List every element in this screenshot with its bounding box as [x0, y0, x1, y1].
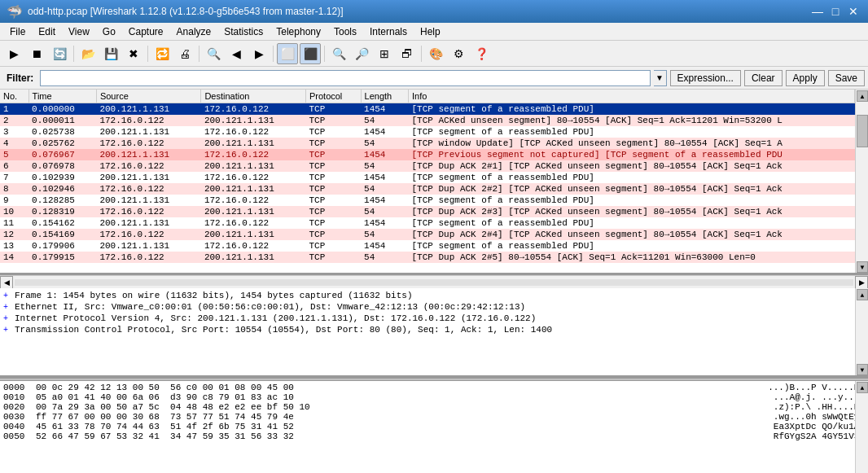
hex-ascii: .wg...0h sWwQtEyN — [774, 412, 865, 422]
table-row[interactable]: 100.128319172.16.0.122200.121.1.131TCP54… — [0, 206, 855, 217]
menu-item-edit[interactable]: Edit — [32, 24, 62, 39]
detail-row[interactable]: +Internet Protocol Version 4, Src: 200.1… — [3, 313, 865, 324]
scrollbar-thumb[interactable] — [857, 115, 868, 147]
toolbar-restart-capture[interactable]: 🔄 — [49, 43, 70, 64]
toolbar-print[interactable]: 🖨 — [174, 43, 195, 64]
toolbar-find[interactable]: 🔍 — [203, 43, 224, 64]
clear-button[interactable]: Clear — [744, 70, 783, 86]
save-button[interactable]: Save — [828, 70, 865, 86]
detail-text: Frame 1: 1454 bytes on wire (11632 bits)… — [15, 291, 865, 300]
expand-icon: + — [3, 314, 15, 323]
column-header-source: Source — [96, 90, 201, 103]
table-row[interactable]: 60.076978172.16.0.122200.121.1.131TCP54[… — [0, 160, 855, 172]
menu-item-tools[interactable]: Tools — [327, 24, 363, 39]
toolbar-sep-2 — [147, 46, 148, 62]
table-row[interactable]: 80.102946172.16.0.122200.121.1.131TCP54[… — [0, 183, 855, 195]
filter-label: Filter: — [3, 72, 37, 84]
toolbar-reload[interactable]: 🔁 — [151, 43, 173, 64]
close-button[interactable]: ✕ — [845, 3, 861, 20]
hex-offset: 0010 — [3, 392, 33, 402]
hscroll-right[interactable]: ▶ — [855, 276, 868, 289]
hex-dump: 000000 0c 29 42 12 13 00 50 56 c0 00 01 … — [0, 381, 868, 473]
expression-button[interactable]: Expression... — [670, 70, 741, 86]
table-row[interactable]: 70.102939200.121.1.131172.16.0.122TCP145… — [0, 172, 855, 183]
titlebar: 🦈 odd-http.pcap [Wireshark 1.12.8 (v1.12… — [0, 0, 868, 23]
detail-row[interactable]: +Transmission Control Protocol, Src Port… — [3, 324, 865, 335]
table-row[interactable]: 110.154162200.121.1.131172.16.0.122TCP14… — [0, 217, 855, 229]
table-row[interactable]: 130.179906200.121.1.131172.16.0.122TCP14… — [0, 240, 855, 252]
hex-ascii: ...A@.j. ...y.... — [774, 392, 865, 402]
titlebar-controls: — □ ✕ — [809, 3, 861, 20]
column-header-time: Time — [28, 90, 96, 103]
horizontal-scrollbar[interactable]: ◀ ▶ — [0, 275, 868, 288]
toolbar-zoom-fit[interactable]: 🗗 — [397, 43, 418, 64]
toolbar-open[interactable]: 📂 — [77, 43, 99, 64]
toolbar-sep-5 — [324, 46, 325, 62]
toolbar-stop-capture[interactable]: ⏹ — [26, 43, 47, 64]
menu-item-help[interactable]: Help — [414, 24, 447, 39]
menu-item-file[interactable]: File — [3, 24, 32, 39]
hex-ascii: ...)B...P V.....E. — [768, 383, 865, 392]
menu-item-statistics[interactable]: Statistics — [217, 24, 270, 39]
menu-item-capture[interactable]: Capture — [122, 24, 170, 39]
toolbar-sep-1 — [73, 46, 74, 62]
hex-bytes: 05 a0 01 41 40 00 6a 06 d3 90 c8 79 01 8… — [36, 392, 770, 402]
packet-scrollbar[interactable]: ▲ ▼ — [855, 90, 868, 273]
packet-table: No.TimeSourceDestinationProtocolLengthIn… — [0, 90, 855, 263]
menu-item-analyze[interactable]: Analyze — [170, 24, 218, 39]
menu-item-view[interactable]: View — [62, 24, 96, 39]
toolbar-zoom-normal[interactable]: ⊞ — [374, 43, 395, 64]
toolbar-autoscroll[interactable]: ⬜ — [277, 43, 298, 64]
hex-row: 002000 7a 29 3a 00 50 a7 5c 04 48 48 e2 … — [3, 402, 865, 412]
toolbar-colorize[interactable]: ⬛ — [300, 43, 321, 64]
hex-bytes: ff 77 67 00 00 00 30 68 73 57 77 51 74 4… — [36, 412, 770, 422]
hex-ascii: Ea3XptDc QO/ku1AR — [774, 422, 865, 431]
table-row[interactable]: 20.000011172.16.0.122200.121.1.131TCP54[… — [0, 115, 855, 126]
hex-offset: 0050 — [3, 431, 33, 441]
minimize-button[interactable]: — — [809, 3, 826, 20]
toolbar-prefs[interactable]: ⚙ — [448, 43, 469, 64]
menu-item-go[interactable]: Go — [96, 24, 122, 39]
toolbar-start-capture[interactable]: ▶ — [3, 43, 24, 64]
hex-row: 000000 0c 29 42 12 13 00 50 56 c0 00 01 … — [3, 383, 865, 392]
hscroll-track — [15, 279, 853, 286]
table-row[interactable]: 120.154169172.16.0.122200.121.1.131TCP54… — [0, 229, 855, 240]
hex-offset: 0020 — [3, 402, 33, 412]
toolbar-zoom-in[interactable]: 🔍 — [328, 43, 349, 64]
hex-offset: 0030 — [3, 412, 33, 422]
table-row[interactable]: 10.000000200.121.1.131172.16.0.122TCP145… — [0, 103, 855, 116]
filter-bar: Filter: ▼ Expression... Clear Apply Save — [0, 67, 868, 90]
table-row[interactable]: 50.076967200.121.1.131172.16.0.122TCP145… — [0, 149, 855, 160]
menu-item-telephony[interactable]: Telephony — [270, 24, 327, 39]
column-header-destination: Destination — [201, 90, 306, 103]
hex-offset: 0000 — [3, 383, 33, 392]
toolbar-prev[interactable]: ◀ — [226, 43, 247, 64]
detail-row[interactable]: +Ethernet II, Src: Vmware_c0:00:01 (00:5… — [3, 301, 865, 313]
toolbar-sep-4 — [273, 46, 274, 62]
toolbar-save[interactable]: 💾 — [100, 43, 121, 64]
hex-bytes: 45 61 33 78 70 74 44 63 51 4f 2f 6b 75 3… — [36, 422, 770, 431]
toolbar-coloring[interactable]: 🎨 — [425, 43, 446, 64]
toolbar-next[interactable]: ▶ — [248, 43, 270, 64]
filter-dropdown-button[interactable]: ▼ — [654, 70, 667, 86]
filter-input[interactable] — [40, 70, 650, 86]
detail-row[interactable]: +Frame 1: 1454 bytes on wire (11632 bits… — [3, 290, 865, 301]
table-row[interactable]: 30.025738200.121.1.131172.16.0.122TCP145… — [0, 126, 855, 138]
table-row[interactable]: 40.025762172.16.0.122200.121.1.131TCP54[… — [0, 138, 855, 149]
apply-button[interactable]: Apply — [786, 70, 825, 86]
maximize-button[interactable]: □ — [827, 3, 844, 20]
packet-table-header: No.TimeSourceDestinationProtocolLengthIn… — [0, 90, 855, 103]
hex-bytes: 00 7a 29 3a 00 50 a7 5c 04 48 48 e2 e2 e… — [36, 402, 770, 412]
hex-bytes: 52 66 47 59 67 53 32 41 34 47 59 35 31 5… — [36, 431, 770, 441]
detail-text: Internet Protocol Version 4, Src: 200.12… — [15, 313, 865, 323]
hscroll-left[interactable]: ◀ — [0, 276, 13, 289]
menu-item-internals[interactable]: Internals — [363, 24, 414, 39]
expand-icon: + — [3, 326, 15, 335]
table-row[interactable]: 90.128285200.121.1.131172.16.0.122TCP145… — [0, 195, 855, 206]
table-row[interactable]: 140.179915172.16.0.122200.121.1.131TCP54… — [0, 252, 855, 263]
toolbar-zoom-out[interactable]: 🔎 — [351, 43, 372, 64]
detail-text: Ethernet II, Src: Vmware_c0:00:01 (00:50… — [15, 302, 865, 312]
toolbar-help[interactable]: ❓ — [471, 43, 492, 64]
hex-row: 005052 66 47 59 67 53 32 41 34 47 59 35 … — [3, 431, 865, 441]
toolbar-close[interactable]: ✖ — [123, 43, 144, 64]
